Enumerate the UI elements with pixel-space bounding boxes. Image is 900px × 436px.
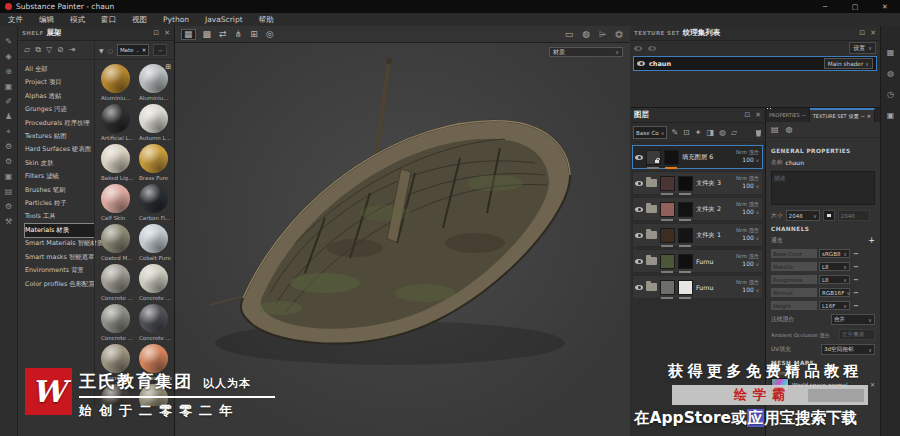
material-thumbnail[interactable]: Concrete ...: [139, 264, 174, 301]
menu-item[interactable]: 帮助: [251, 15, 282, 25]
shelf-category-item[interactable]: All 全部: [25, 63, 94, 76]
add-fill-layer-icon[interactable]: ◨: [707, 129, 715, 137]
screenshot-camera-icon[interactable]: ⏣: [615, 30, 623, 39]
shelf-category-item[interactable]: Brushes 笔刷: [25, 184, 94, 197]
layer-mask-thumbnail[interactable]: [678, 202, 693, 217]
layer-visibility-eye-icon[interactable]: [635, 181, 643, 186]
tiling-grid-icon[interactable]: ▩: [203, 30, 212, 39]
shelf-category-item[interactable]: Tools 工具: [25, 210, 94, 223]
photoshop-badge-icon[interactable]: ▣: [5, 173, 13, 181]
layer-mask-thumbnail[interactable]: [664, 150, 679, 165]
layer-opacity-dropdown[interactable]: 100 ∨: [736, 156, 759, 164]
layer-visibility-eye-icon[interactable]: [635, 259, 643, 264]
shelf-category-item[interactable]: Hard Surfaces 硬表面: [25, 143, 94, 156]
menu-item[interactable]: 模式: [62, 15, 93, 25]
channel-format-dropdown[interactable]: RGB16F∨: [819, 288, 850, 297]
layer-visibility-eye-icon[interactable]: [635, 233, 643, 238]
save-icon[interactable]: ▽: [46, 45, 52, 55]
material-thumbnail[interactable]: Calf Skin: [101, 184, 137, 221]
layer-content-thumbnail[interactable]: [660, 176, 675, 191]
material-thumbnail[interactable]: Brass Pure: [139, 144, 174, 181]
shader-ball-icon[interactable]: ◍: [786, 125, 793, 134]
layer-visibility-eye-icon[interactable]: [635, 285, 643, 290]
close-panel-icon[interactable]: ✕: [870, 29, 876, 37]
figure-icon[interactable]: ⚒: [5, 218, 12, 226]
channel-format-dropdown[interactable]: L8∨: [819, 262, 850, 271]
remove-channel-button[interactable]: −: [853, 250, 859, 258]
shelf-category-item[interactable]: Skin 皮肤: [25, 157, 94, 170]
badge-icon[interactable]: ▦: [887, 48, 895, 57]
import-resources-icon[interactable]: ⇥: [69, 45, 76, 55]
layer-blend-mode[interactable]: Nrm 混合: [736, 149, 759, 156]
shelf-category-item[interactable]: Smart Materials 智能材质: [25, 237, 94, 250]
channel-name-button[interactable]: Roughness: [771, 275, 817, 284]
grid-view-icon[interactable]: ⊞: [165, 63, 171, 71]
layer-blend-mode[interactable]: Nrm 混合: [736, 279, 759, 286]
projection-tool-icon[interactable]: ⊕: [5, 68, 12, 76]
pivot-icon[interactable]: ◎: [266, 30, 274, 39]
channel-format-dropdown[interactable]: L16F∨: [819, 301, 850, 310]
add-mask-icon[interactable]: ⊡: [683, 129, 690, 137]
material-thumbnail[interactable]: Concrete ...: [101, 264, 137, 301]
shelf-category-item[interactable]: Environments 背景: [25, 264, 94, 277]
shader-dropdown[interactable]: Main shader ∨: [824, 58, 873, 69]
new-resource-icon[interactable]: ⧉: [35, 45, 41, 55]
add-effect-pen-icon[interactable]: ✎: [671, 129, 678, 137]
menu-item[interactable]: 编辑: [31, 15, 62, 25]
menu-item[interactable]: 窗口: [93, 15, 124, 25]
delete-layer-icon[interactable]: [755, 129, 762, 137]
description-field[interactable]: 描述: [771, 171, 875, 205]
layer-blend-mode[interactable]: Nrm 混合: [736, 227, 759, 234]
layer-row[interactable]: Fumu Nrm 混合 100 ∨: [632, 249, 763, 273]
remove-channel-button[interactable]: −: [853, 276, 859, 284]
layer-opacity-dropdown[interactable]: 100 ∨: [736, 182, 759, 190]
layer-content-thumbnail[interactable]: [646, 150, 661, 165]
texture-set-settings-dropdown[interactable]: 设置 ∨: [849, 42, 876, 54]
shelf-category-item[interactable]: Procedurals 程序纹理: [25, 117, 94, 130]
material-thumbnail[interactable]: Aluminiu...: [101, 64, 137, 101]
shelf-category-item[interactable]: Grunges 污迹: [25, 103, 94, 116]
shelf-category-item[interactable]: Color profiles 色彩配置: [25, 278, 94, 291]
layer-mask-thumbnail[interactable]: [678, 228, 693, 243]
frame-selection-icon[interactable]: ⊞: [250, 30, 258, 39]
layer-opacity-dropdown[interactable]: 100 ∨: [736, 260, 759, 268]
mirror-icon[interactable]: ⇄: [219, 30, 227, 39]
smudge-tool-icon[interactable]: ✐: [5, 98, 12, 106]
library-icon[interactable]: ▣: [887, 111, 895, 120]
layer-content-thumbnail[interactable]: [660, 280, 675, 295]
add-smart-material-icon[interactable]: ✦: [695, 129, 702, 137]
display-sphere-icon[interactable]: ◍: [887, 69, 894, 78]
uv-padding-dropdown[interactable]: 3d空间相邻∨: [821, 344, 875, 355]
paint-tool-icon[interactable]: ✎: [5, 38, 12, 46]
channel-filter-dropdown[interactable]: Base Co ∨: [633, 126, 667, 139]
channel-name-button[interactable]: Normal: [771, 288, 817, 297]
layer-row[interactable]: 文件夹 1 Nrm 混合 100 ∨: [632, 223, 763, 247]
texture-set-row[interactable]: chaun Main shader ∨: [633, 56, 877, 71]
layer-blend-mode[interactable]: Nrm 混合: [736, 175, 759, 182]
shelf-category-item[interactable]: Project 项目: [25, 76, 94, 89]
filter-more-button[interactable]: ─: [153, 44, 167, 56]
close-tab-icon[interactable]: ✕: [867, 113, 871, 119]
maximize-button[interactable]: ▢: [840, 0, 870, 13]
filter-funnel-icon[interactable]: ▼: [99, 47, 104, 54]
detach-panel-icon[interactable]: ⊡: [859, 29, 865, 37]
layer-mask-thumbnail[interactable]: [678, 254, 693, 269]
material-thumbnail[interactable]: Concrete ...: [101, 304, 137, 341]
filter-circle-icon[interactable]: ○: [108, 47, 113, 54]
layer-visibility-eye-icon[interactable]: [635, 155, 643, 160]
shelf-category-item[interactable]: Materials 材质: [25, 224, 94, 237]
hide-resources-icon[interactable]: ⊘: [57, 45, 64, 55]
size-dropdown[interactable]: 2048∨: [786, 210, 820, 221]
remove-channel-button[interactable]: −: [853, 263, 859, 271]
history-clock-icon[interactable]: ◷: [887, 90, 894, 99]
material-properties-icon[interactable]: ▤: [771, 125, 779, 134]
menu-item[interactable]: JavaScript: [197, 15, 251, 24]
material-picker-tool-icon[interactable]: ⌖: [6, 128, 11, 136]
settings-gear-icon[interactable]: ⚙: [5, 203, 12, 211]
shelf-category-item[interactable]: Particles 粒子: [25, 197, 94, 210]
remove-channel-button[interactable]: −: [853, 302, 859, 310]
eraser-tool-icon[interactable]: ◈: [5, 53, 11, 61]
channel-name-button[interactable]: Metallic: [771, 262, 817, 271]
layer-opacity-dropdown[interactable]: 100 ∨: [736, 286, 759, 294]
layer-blend-mode[interactable]: Nrm 混合: [736, 201, 759, 208]
